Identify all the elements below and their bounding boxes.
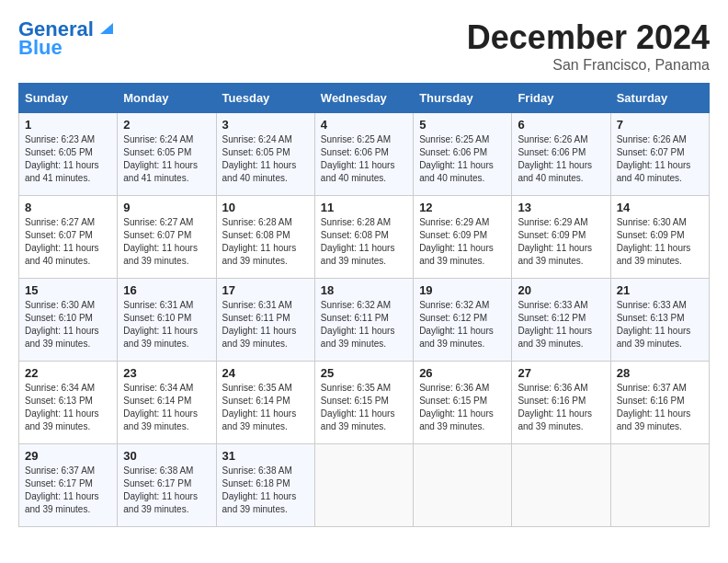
day-number: 20 xyxy=(518,283,604,297)
day-cell: 29 Sunrise: 6:37 AM Sunset: 6:17 PM Dayl… xyxy=(19,444,118,527)
day-cell: 3 Sunrise: 6:24 AM Sunset: 6:05 PM Dayli… xyxy=(216,113,314,196)
day-cell: 19 Sunrise: 6:32 AM Sunset: 6:12 PM Dayl… xyxy=(414,279,512,362)
day-number: 24 xyxy=(222,366,309,380)
day-cell: 23 Sunrise: 6:34 AM Sunset: 6:14 PM Dayl… xyxy=(118,362,216,444)
day-number: 27 xyxy=(518,366,604,380)
day-number: 5 xyxy=(419,118,506,132)
day-cell: 18 Sunrise: 6:32 AM Sunset: 6:11 PM Dayl… xyxy=(314,279,413,362)
day-cell: 7 Sunrise: 6:26 AM Sunset: 6:07 PM Dayli… xyxy=(610,113,709,196)
day-number: 9 xyxy=(123,201,210,214)
day-info: Sunrise: 6:26 AM Sunset: 6:07 PM Dayligh… xyxy=(617,133,703,185)
day-number: 12 xyxy=(419,201,506,214)
day-info: Sunrise: 6:38 AM Sunset: 6:18 PM Dayligh… xyxy=(222,465,309,516)
month-title: December 2024 xyxy=(467,18,710,57)
day-number: 15 xyxy=(25,283,111,297)
day-info: Sunrise: 6:37 AM Sunset: 6:17 PM Dayligh… xyxy=(25,465,111,516)
day-number: 17 xyxy=(222,283,309,297)
day-cell: 27 Sunrise: 6:36 AM Sunset: 6:16 PM Dayl… xyxy=(512,362,610,444)
day-number: 19 xyxy=(419,283,506,297)
day-cell: 10 Sunrise: 6:28 AM Sunset: 6:08 PM Dayl… xyxy=(216,196,314,279)
day-number: 6 xyxy=(518,118,604,132)
day-number: 23 xyxy=(123,366,210,380)
day-number: 26 xyxy=(419,366,506,380)
day-number: 18 xyxy=(321,283,407,297)
day-number: 30 xyxy=(123,449,210,463)
day-cell: 13 Sunrise: 6:29 AM Sunset: 6:09 PM Dayl… xyxy=(512,196,610,279)
day-number: 2 xyxy=(123,118,210,132)
day-cell xyxy=(314,444,413,527)
day-cell: 31 Sunrise: 6:38 AM Sunset: 6:18 PM Dayl… xyxy=(216,444,314,527)
day-info: Sunrise: 6:28 AM Sunset: 6:08 PM Dayligh… xyxy=(222,216,309,268)
day-info: Sunrise: 6:26 AM Sunset: 6:06 PM Dayligh… xyxy=(518,133,604,185)
calendar-table: SundayMondayTuesdayWednesdayThursdayFrid… xyxy=(18,83,710,527)
day-number: 14 xyxy=(617,201,703,214)
logo-icon xyxy=(97,17,117,38)
header-friday: Friday xyxy=(512,84,610,113)
day-number: 13 xyxy=(518,201,604,214)
week-row-2: 8 Sunrise: 6:27 AM Sunset: 6:07 PM Dayli… xyxy=(19,196,710,279)
header-thursday: Thursday xyxy=(414,84,512,113)
title-block: December 2024 San Francisco, Panama xyxy=(467,18,710,74)
page-header: General Blue December 2024 San Francisco… xyxy=(18,18,710,74)
day-info: Sunrise: 6:23 AM Sunset: 6:05 PM Dayligh… xyxy=(25,133,111,185)
day-cell: 12 Sunrise: 6:29 AM Sunset: 6:09 PM Dayl… xyxy=(414,196,512,279)
week-row-5: 29 Sunrise: 6:37 AM Sunset: 6:17 PM Dayl… xyxy=(19,444,710,527)
day-info: Sunrise: 6:25 AM Sunset: 6:06 PM Dayligh… xyxy=(321,133,407,185)
day-cell: 17 Sunrise: 6:31 AM Sunset: 6:11 PM Dayl… xyxy=(216,279,314,362)
day-cell xyxy=(512,444,610,527)
day-info: Sunrise: 6:34 AM Sunset: 6:14 PM Dayligh… xyxy=(123,382,210,433)
day-cell: 14 Sunrise: 6:30 AM Sunset: 6:09 PM Dayl… xyxy=(610,196,709,279)
day-info: Sunrise: 6:29 AM Sunset: 6:09 PM Dayligh… xyxy=(518,216,604,268)
day-cell: 26 Sunrise: 6:36 AM Sunset: 6:15 PM Dayl… xyxy=(414,362,512,444)
week-row-1: 1 Sunrise: 6:23 AM Sunset: 6:05 PM Dayli… xyxy=(19,113,710,196)
day-info: Sunrise: 6:28 AM Sunset: 6:08 PM Dayligh… xyxy=(321,216,407,268)
day-number: 31 xyxy=(222,449,309,463)
day-cell: 30 Sunrise: 6:38 AM Sunset: 6:17 PM Dayl… xyxy=(118,444,216,527)
day-info: Sunrise: 6:24 AM Sunset: 6:05 PM Dayligh… xyxy=(222,133,309,185)
day-cell: 15 Sunrise: 6:30 AM Sunset: 6:10 PM Dayl… xyxy=(19,279,118,362)
header-tuesday: Tuesday xyxy=(216,84,314,113)
logo: General Blue xyxy=(18,18,117,59)
day-cell: 22 Sunrise: 6:34 AM Sunset: 6:13 PM Dayl… xyxy=(19,362,118,444)
day-number: 28 xyxy=(617,366,703,380)
day-info: Sunrise: 6:34 AM Sunset: 6:13 PM Dayligh… xyxy=(25,382,111,433)
day-cell: 9 Sunrise: 6:27 AM Sunset: 6:07 PM Dayli… xyxy=(118,196,216,279)
svg-marker-0 xyxy=(100,23,113,34)
day-number: 8 xyxy=(25,201,111,214)
day-number: 10 xyxy=(222,201,309,214)
logo-text2: Blue xyxy=(18,37,63,59)
day-cell: 25 Sunrise: 6:35 AM Sunset: 6:15 PM Dayl… xyxy=(314,362,413,444)
header-monday: Monday xyxy=(118,84,216,113)
day-info: Sunrise: 6:27 AM Sunset: 6:07 PM Dayligh… xyxy=(123,216,210,268)
week-row-4: 22 Sunrise: 6:34 AM Sunset: 6:13 PM Dayl… xyxy=(19,362,710,444)
day-number: 21 xyxy=(617,283,703,297)
day-cell xyxy=(414,444,512,527)
day-cell: 21 Sunrise: 6:33 AM Sunset: 6:13 PM Dayl… xyxy=(610,279,709,362)
day-info: Sunrise: 6:33 AM Sunset: 6:13 PM Dayligh… xyxy=(617,299,703,350)
week-row-3: 15 Sunrise: 6:30 AM Sunset: 6:10 PM Dayl… xyxy=(19,279,710,362)
day-number: 29 xyxy=(25,449,111,463)
day-cell: 20 Sunrise: 6:33 AM Sunset: 6:12 PM Dayl… xyxy=(512,279,610,362)
day-info: Sunrise: 6:29 AM Sunset: 6:09 PM Dayligh… xyxy=(419,216,506,268)
day-cell: 28 Sunrise: 6:37 AM Sunset: 6:16 PM Dayl… xyxy=(610,362,709,444)
day-number: 7 xyxy=(617,118,703,132)
location: San Francisco, Panama xyxy=(467,57,710,74)
day-info: Sunrise: 6:35 AM Sunset: 6:15 PM Dayligh… xyxy=(321,382,407,433)
day-info: Sunrise: 6:38 AM Sunset: 6:17 PM Dayligh… xyxy=(123,465,210,516)
day-number: 16 xyxy=(123,283,210,297)
day-info: Sunrise: 6:27 AM Sunset: 6:07 PM Dayligh… xyxy=(25,216,111,268)
day-cell xyxy=(610,444,709,527)
day-number: 1 xyxy=(25,118,111,132)
calendar-header-row: SundayMondayTuesdayWednesdayThursdayFrid… xyxy=(19,84,710,113)
day-cell: 8 Sunrise: 6:27 AM Sunset: 6:07 PM Dayli… xyxy=(19,196,118,279)
header-wednesday: Wednesday xyxy=(314,84,413,113)
day-info: Sunrise: 6:32 AM Sunset: 6:12 PM Dayligh… xyxy=(419,299,506,350)
day-number: 4 xyxy=(321,118,407,132)
day-info: Sunrise: 6:36 AM Sunset: 6:16 PM Dayligh… xyxy=(518,382,604,433)
day-info: Sunrise: 6:30 AM Sunset: 6:09 PM Dayligh… xyxy=(617,216,703,268)
day-number: 3 xyxy=(222,118,309,132)
day-number: 11 xyxy=(321,201,407,214)
day-cell: 5 Sunrise: 6:25 AM Sunset: 6:06 PM Dayli… xyxy=(414,113,512,196)
day-info: Sunrise: 6:25 AM Sunset: 6:06 PM Dayligh… xyxy=(419,133,506,185)
day-cell: 6 Sunrise: 6:26 AM Sunset: 6:06 PM Dayli… xyxy=(512,113,610,196)
